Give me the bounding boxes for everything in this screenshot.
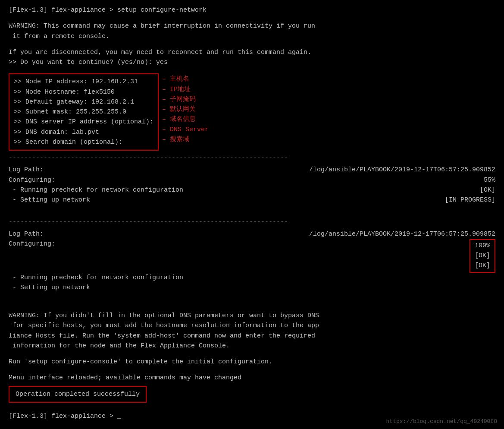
annotation-item: – 默认网关 [162,104,209,114]
network-input-line: >> DNS domain: lab.pvt [14,127,153,137]
configuring-value-1: 55% [484,175,495,185]
operation-complete-box: Operation completed successfully [9,386,147,403]
annotations-panel: – 主机名– IP地址– 子网掩码– 默认网关– 域名信息– DNS Serve… [162,71,209,145]
continue-prompt: >> Do you want to continue? (yes/no): ye… [9,57,495,67]
setup-label-1: - Setting up network [9,195,90,205]
network-input-line: >> Search domain (optional): [14,137,153,147]
log-path-row-2: Log Path: /log/ansible/PLAYBOOK/2019-12-… [9,229,495,239]
warning2-line4: information for the node and the Flex Ap… [9,341,495,351]
network-input-line: >> Node Hostname: flex5150 [14,87,153,97]
warning-line-1: WARNING: This command may cause a brief … [9,21,495,41]
check-status-1: [OK] [480,185,495,195]
progress-100-box: 100% [OK] [OK] [470,239,495,273]
setup-label-2: - Setting up network [9,284,90,291]
reconnect-msg: If you are disconnected, you may need to… [9,47,495,57]
log-path-label-1: Log Path: [9,165,44,175]
warning2-line2: for specific hosts, you must add the hos… [9,321,495,331]
log-section-2: Log Path: /log/ansible/PLAYBOOK/2019-12-… [9,229,495,293]
log-section-1: Log Path: /log/ansible/PLAYBOOK/2019-12-… [9,165,495,205]
log-path-value-1: /log/ansible/PLAYBOOK/2019-12-17T06:57:2… [309,165,495,175]
check-status-2: [OK] [475,251,490,261]
setup-row-1: - Setting up network [IN PROGRESS] [9,195,495,205]
log-path-label-2: Log Path: [9,229,44,239]
log-path-row-1: Log Path: /log/ansible/PLAYBOOK/2019-12-… [9,165,495,175]
setup-status-1: [IN PROGRESS] [445,195,495,205]
divider-1: ----------------------------------------… [9,153,495,163]
annotation-item: – 搜索域 [162,135,209,145]
divider-2: ----------------------------------------… [9,217,495,227]
check-row-2: - Running precheck for network configura… [9,273,495,283]
warning2-line3: liance Hosts file. Run the 'system add-h… [9,331,495,341]
watermark: https://blog.csdn.net/qq_40240088 [386,418,497,425]
network-input-line: >> Node IP address: 192.168.2.31 [14,77,153,87]
op-complete-text: Operation completed successfully [16,391,140,398]
configuring-row-1: Configuring: 55% [9,175,495,185]
check-label-2: - Running precheck for network configura… [9,274,183,281]
configuring-row-2: Configuring: 100% [OK] [OK] [9,239,495,273]
network-input-line: >> Subnet mask: 255.255.255.0 [14,107,153,117]
check-label-1: - Running precheck for network configura… [9,185,183,195]
annotation-item: – IP地址 [162,85,209,95]
network-config-box: >> Node IP address: 192.168.2.31>> Node … [9,73,159,151]
configuring-label-1: Configuring: [9,175,55,185]
annotation-item: – 主机名 [162,74,209,84]
annotation-item: – 域名信息 [162,114,209,124]
terminal-window: [Flex-1.3] flex-appliance > setup config… [9,5,495,421]
menu-reload-msg: Menu interface reloaded; available comma… [9,373,495,383]
annotations-list: – 主机名– IP地址– 子网掩码– 默认网关– 域名信息– DNS Serve… [162,74,209,145]
run-setup-msg: Run 'setup configure-console' to complet… [9,357,495,367]
warning2-line1: WARNING: If you didn't fill in the optio… [9,311,495,321]
log-path-value-2: /log/ansible/PLAYBOOK/2019-12-17T06:57:2… [309,229,495,239]
setup-row-2: - Setting up network [9,283,495,293]
check-row-1: - Running precheck for network configura… [9,185,495,195]
progress-100: 100% [475,241,490,251]
prompt-line-initial: [Flex-1.3] flex-appliance > setup config… [9,5,495,15]
annotation-item: – 子网掩码 [162,95,209,104]
network-input-line: >> Default gateway: 192.168.2.1 [14,97,153,107]
configuring-label-2: Configuring: [9,239,55,273]
network-inputs: >> Node IP address: 192.168.2.31>> Node … [14,77,153,147]
network-input-line: >> DNS server IP address (optional): [14,117,153,127]
setup-status-2: [OK] [475,261,490,271]
annotation-item: – DNS Server [162,125,209,135]
